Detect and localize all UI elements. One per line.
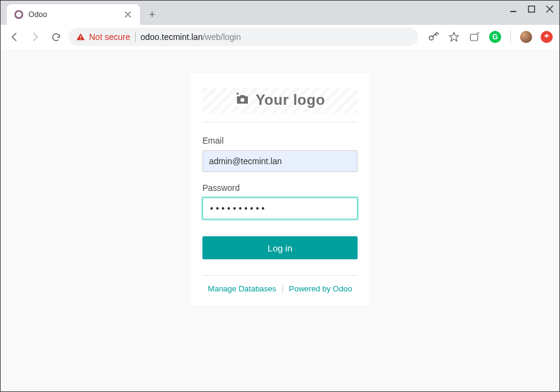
divider <box>202 122 358 122</box>
close-window-button[interactable] <box>545 4 555 14</box>
svg-point-7 <box>478 32 479 33</box>
email-label: Email <box>202 136 358 145</box>
camera-icon <box>235 92 250 108</box>
back-button[interactable] <box>7 29 22 45</box>
svg-point-0 <box>15 11 22 18</box>
browser-tab[interactable]: Odoo <box>7 4 140 25</box>
email-field[interactable] <box>202 150 358 172</box>
maximize-button[interactable] <box>527 4 536 14</box>
svg-rect-6 <box>470 35 478 41</box>
window-controls <box>508 4 555 14</box>
extension-icon[interactable] <box>468 30 481 44</box>
toolbar-icons: G <box>423 30 553 44</box>
svg-rect-4 <box>80 39 81 39</box>
favicon-icon <box>14 10 24 19</box>
browser-toolbar: Not secure odoo.tecmint.lan/web/login G <box>1 25 559 49</box>
reload-button[interactable] <box>48 29 64 45</box>
svg-rect-3 <box>80 36 81 38</box>
svg-rect-1 <box>510 11 516 12</box>
minimize-button[interactable] <box>508 4 518 14</box>
tab-strip: Odoo + <box>1 1 559 25</box>
logo-area: Your logo <box>202 91 358 122</box>
tab-title: Odoo <box>28 10 118 19</box>
login-card: Your logo Email Password Log in Manage D… <box>190 73 370 305</box>
url-text: odoo.tecmint.lan/web/login <box>141 32 241 42</box>
login-button[interactable]: Log in <box>202 236 358 259</box>
bookmark-star-icon[interactable] <box>447 30 461 44</box>
page-content: Your logo Email Password Log in Manage D… <box>1 49 559 391</box>
warning-icon <box>76 32 85 42</box>
password-label: Password <box>202 183 358 193</box>
svg-point-8 <box>240 98 244 102</box>
menu-icon[interactable] <box>540 30 553 44</box>
url-host: odoo.tecmint.lan <box>141 32 203 42</box>
email-group: Email <box>202 136 358 172</box>
forward-button[interactable] <box>27 29 43 45</box>
manage-databases-link[interactable]: Manage Databases <box>208 284 276 293</box>
url-path: /web/login <box>202 32 241 42</box>
new-tab-button[interactable]: + <box>144 6 161 23</box>
divider <box>202 275 358 276</box>
profile-avatar[interactable] <box>519 30 533 44</box>
password-field[interactable] <box>202 198 358 219</box>
password-group: Password <box>202 183 358 219</box>
grammarly-icon[interactable]: G <box>488 30 502 44</box>
security-indicator[interactable]: Not secure <box>76 32 130 42</box>
logo-text: Your logo <box>256 91 325 108</box>
address-bar[interactable]: Not secure odoo.tecmint.lan/web/login <box>68 28 418 46</box>
footer-separator <box>282 285 283 293</box>
footer-links: Manage Databases Powered by Odoo <box>202 284 358 293</box>
browser-chrome: Odoo + Not secure od <box>1 1 559 49</box>
svg-rect-2 <box>528 6 535 12</box>
security-label: Not secure <box>89 32 130 42</box>
divider <box>135 32 136 42</box>
key-icon[interactable] <box>427 30 440 44</box>
toolbar-separator <box>510 30 511 44</box>
powered-by-link[interactable]: Powered by Odoo <box>289 284 352 293</box>
close-tab-button[interactable] <box>123 10 133 19</box>
